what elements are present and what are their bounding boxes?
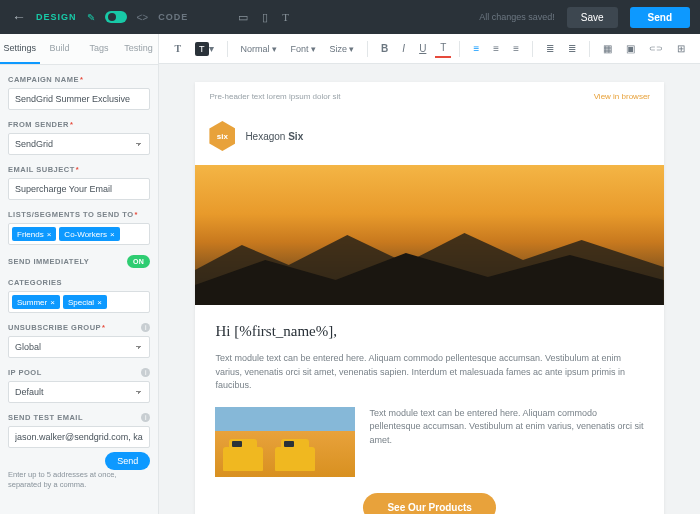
sidebar-tabs: Settings Build Tags Testing [0,34,158,65]
info-icon[interactable]: i [141,413,150,422]
chip-remove-icon[interactable]: × [47,230,52,239]
preheader-text: Pre-header text lorem ipsum dolor sit [209,92,340,101]
lists-label: LISTS/SEGMENTS TO SEND TO [8,210,150,219]
grid-icon[interactable]: ▦ [598,40,617,57]
design-mode-label[interactable]: DESIGN [36,12,77,22]
send-immediately-label: SEND IMMEDIATELY [8,257,89,266]
email-subject-input[interactable] [8,178,150,200]
inline-image [215,407,355,477]
category-chip: Special× [63,295,107,309]
list-chip: Co-Workers× [59,227,119,241]
topbar: ← DESIGN ✎ <> CODE ▭ ▯ T All changes sav… [0,0,700,34]
test-email-label: SEND TEST EMAIL [8,413,83,422]
save-status: All changes saved! [479,12,555,22]
categories-label: CATEGORIES [8,278,150,287]
send-button[interactable]: Send [630,7,690,28]
email-subject-label: EMAIL SUBJECT [8,165,150,174]
code-mode-label[interactable]: CODE [158,12,188,22]
brand-name: Hexagon Six [245,131,303,142]
pencil-icon: ✎ [87,12,95,23]
back-icon[interactable]: ← [12,9,26,25]
paragraph-style-dropdown[interactable]: Normal ▾ [236,41,282,57]
code-icon: <> [137,12,149,23]
ippool-label: IP POOL [8,368,42,377]
save-button[interactable]: Save [567,7,618,28]
align-left-icon[interactable]: ≡ [468,40,484,57]
test-email-hint: Enter up to 5 addresses at once, separat… [8,470,150,490]
mobile-preview-icon[interactable]: ▯ [262,11,268,24]
info-icon[interactable]: i [141,323,150,332]
chip-remove-icon[interactable]: × [50,298,55,307]
text-preview-icon[interactable]: T [282,11,289,24]
underline-icon[interactable]: U [414,40,431,57]
font-dropdown[interactable]: Font ▾ [286,41,321,57]
brand-logo: six [209,121,235,151]
from-sender-select[interactable]: SendGrid [8,133,150,155]
column-paragraph: Text module text can be entered here. Al… [369,407,644,477]
view-in-browser-link[interactable]: View in browser [594,92,650,101]
send-immediately-toggle[interactable]: ON [127,255,151,268]
align-right-icon[interactable]: ≡ [508,40,524,57]
bold-icon[interactable]: B [376,40,393,57]
test-email-input[interactable] [8,426,150,448]
category-chip: Summer× [12,295,60,309]
cta-button[interactable]: See Our Products [363,493,495,515]
size-dropdown[interactable]: Size ▾ [325,41,360,57]
tab-testing[interactable]: Testing [119,34,159,64]
campaign-name-input[interactable] [8,88,150,110]
unsub-label: UNSUBSCRIBE GROUP [8,323,106,332]
unsub-select[interactable]: Global [8,336,150,358]
hero-image [195,165,664,305]
list-unordered-icon[interactable]: ≣ [563,40,581,57]
text-color-icon[interactable]: T [435,40,451,58]
send-test-button[interactable]: Send [105,452,150,470]
greeting-text: Hi [%first_name%], [215,323,644,340]
ippool-select[interactable]: Default [8,381,150,403]
campaign-name-label: CAMPAIGN NAME [8,75,150,84]
lists-chip-box[interactable]: Friends× Co-Workers× [8,223,150,245]
from-sender-label: FROM SENDER [8,120,150,129]
categories-chip-box[interactable]: Summer× Special× [8,291,150,313]
tab-build[interactable]: Build [40,34,80,64]
settings-sidebar: Settings Build Tags Testing CAMPAIGN NAM… [0,34,159,514]
editor-canvas: T T▾ Normal ▾ Font ▾ Size ▾ B I U T ≡ ≡ … [159,34,700,514]
image-icon[interactable]: ▣ [621,40,640,57]
chip-remove-icon[interactable]: × [110,230,115,239]
text-tool-icon[interactable]: T [169,40,186,57]
info-icon[interactable]: i [141,368,150,377]
desktop-preview-icon[interactable]: ▭ [238,11,248,24]
email-preview[interactable]: Pre-header text lorem ipsum dolor sit Vi… [195,82,664,514]
body-paragraph: Text module text can be entered here. Al… [215,352,644,393]
align-center-icon[interactable]: ≡ [488,40,504,57]
table-icon[interactable]: ⊞ [672,40,690,57]
tab-tags[interactable]: Tags [79,34,119,64]
tab-settings[interactable]: Settings [0,34,40,64]
italic-icon[interactable]: I [397,40,410,57]
text-style-dropdown[interactable]: T▾ [190,40,219,57]
link-icon[interactable]: ⊂⊃ [644,41,668,56]
format-toolbar: T T▾ Normal ▾ Font ▾ Size ▾ B I U T ≡ ≡ … [159,34,700,64]
design-code-toggle[interactable] [105,11,127,23]
list-ordered-icon[interactable]: ≣ [541,40,559,57]
chip-remove-icon[interactable]: × [97,298,102,307]
list-chip: Friends× [12,227,56,241]
